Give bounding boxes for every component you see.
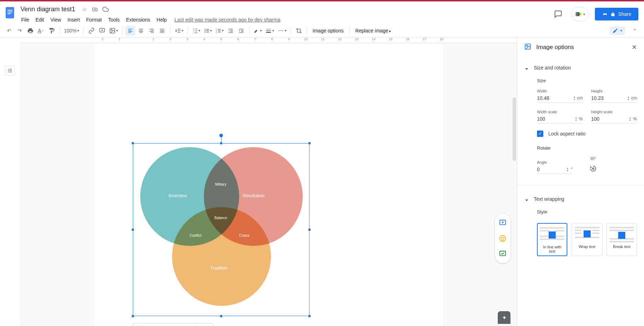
venn-label-abc: Balance <box>214 216 227 220</box>
image-options-button[interactable]: Image options <box>310 28 347 34</box>
horizontal-ruler[interactable]: 2 1 1 2 3 4 5 6 7 8 9 10 11 12 13 14 15 … <box>20 37 517 43</box>
numbered-list-button[interactable]: 123▾ <box>214 26 225 36</box>
show-outline-button[interactable] <box>5 66 15 76</box>
width-spinner[interactable]: ▴▾ <box>574 96 575 101</box>
svg-rect-3 <box>7 13 11 14</box>
lock-aspect-checkbox[interactable]: ✓ <box>537 131 543 137</box>
wrap-style-inline[interactable]: In line with text <box>537 223 567 256</box>
venn-image: Invention Revolution Tradition Military … <box>133 144 309 316</box>
move-icon[interactable] <box>91 6 99 13</box>
svg-point-43 <box>500 236 506 242</box>
add-emoji-float-button[interactable] <box>496 232 509 245</box>
menu-file[interactable]: File <box>18 16 32 24</box>
svg-point-45 <box>503 237 504 238</box>
width-input[interactable] <box>537 95 574 101</box>
size-rotation-section-header[interactable]: ⌄ Size and rotation <box>524 61 637 74</box>
close-sidebar-button[interactable]: ✕ <box>632 43 637 51</box>
image-context-toolbar: ⋮ <box>133 323 213 326</box>
print-button[interactable] <box>25 26 35 36</box>
image-selection[interactable]: Invention Revolution Tradition Military … <box>133 143 309 316</box>
sidebar-title: Image options <box>536 44 627 51</box>
undo-button[interactable]: ↶ <box>4 26 14 36</box>
align-justify-button[interactable] <box>157 26 167 36</box>
chevron-down-icon: ⌄ <box>524 195 529 202</box>
zoom-dropdown[interactable]: 100%▾ <box>63 26 81 36</box>
crop-button[interactable] <box>294 26 304 36</box>
menu-help[interactable]: Help <box>154 16 170 24</box>
width-scale-label: Width scale <box>537 110 583 114</box>
angle-spinner[interactable]: ▴▾ <box>567 167 568 172</box>
left-gutter <box>0 37 20 326</box>
meet-button[interactable]: ▾ <box>571 7 589 21</box>
venn-label-ab: Military <box>215 182 226 186</box>
add-comment-button[interactable] <box>97 26 107 36</box>
chevron-down-icon: ⌄ <box>524 64 529 71</box>
svg-point-11 <box>205 29 206 30</box>
paint-format-button[interactable] <box>47 26 57 36</box>
svg-point-44 <box>501 237 502 238</box>
angle-input[interactable] <box>537 167 567 172</box>
scrollbar[interactable] <box>513 97 516 161</box>
menu-tools[interactable]: Tools <box>105 16 123 24</box>
menu-format[interactable]: Format <box>83 16 105 24</box>
image-options-sidebar: Image options ✕ ⌄ Size and rotation Size… <box>517 37 644 326</box>
width-scale-input[interactable] <box>537 116 575 122</box>
star-icon[interactable]: ☆ <box>81 6 88 13</box>
comment-history-icon[interactable] <box>551 7 565 21</box>
height-spinner[interactable]: ▴▾ <box>628 96 629 101</box>
line-spacing-button[interactable]: ▾ <box>173 26 185 36</box>
angle-label: Angle <box>537 160 572 164</box>
height-label: Height <box>591 89 637 93</box>
text-wrapping-section-header[interactable]: ⌄ Text wrapping <box>524 193 637 205</box>
increase-indent-button[interactable] <box>236 26 246 36</box>
height-scale-input[interactable] <box>591 116 630 122</box>
suggest-edit-float-button[interactable] <box>496 248 509 260</box>
redo-button[interactable]: ↷ <box>15 26 25 36</box>
document-title[interactable]: Venn diagram test1 <box>18 5 77 14</box>
last-edit-link[interactable]: Last edit was made seconds ago by dev sh… <box>175 17 280 23</box>
border-color-button[interactable]: ▾ <box>252 26 263 36</box>
svg-point-10 <box>111 29 112 30</box>
align-center-button[interactable] <box>136 26 146 36</box>
svg-point-12 <box>205 30 206 31</box>
wrap-style-wrap[interactable]: Wrap text <box>572 223 602 256</box>
explore-button[interactable]: ✦ <box>498 311 510 324</box>
bulleted-list-button[interactable]: ▾ <box>202 26 213 36</box>
svg-rect-49 <box>592 168 594 169</box>
menu-edit[interactable]: Edit <box>33 16 47 24</box>
border-weight-button[interactable]: ▾ <box>264 26 276 36</box>
rotate-label: Rotate <box>537 145 637 151</box>
height-scale-spinner[interactable]: ▴▾ <box>630 116 631 121</box>
venn-label-b: Revolution <box>243 193 264 198</box>
align-left-button[interactable] <box>125 26 135 36</box>
replace-image-button[interactable]: Replace image▾ <box>353 28 394 34</box>
menu-insert[interactable]: Insert <box>65 16 83 24</box>
menu-view[interactable]: View <box>48 16 64 24</box>
canvas-area[interactable]: 2 1 1 2 3 4 5 6 7 8 9 10 11 12 13 14 15 … <box>20 37 517 326</box>
hide-menus-button[interactable]: ⌃ <box>630 26 640 36</box>
wrap-style-break[interactable]: Break text <box>607 223 637 256</box>
share-button[interactable]: Share <box>595 8 638 20</box>
rotate-90-button[interactable] <box>589 165 597 174</box>
spellcheck-button[interactable]: A✓ <box>36 26 46 36</box>
checklist-button[interactable]: ▾ <box>191 26 202 36</box>
style-label: Style <box>537 209 637 215</box>
add-comment-float-button[interactable] <box>496 217 509 229</box>
align-right-button[interactable] <box>147 26 156 36</box>
height-input[interactable] <box>591 95 628 101</box>
svg-rect-1 <box>7 10 12 11</box>
link-button[interactable] <box>87 26 96 36</box>
header: Venn diagram test1 ☆ File Edit View Inse… <box>0 1 644 24</box>
width-scale-spinner[interactable]: ▴▾ <box>575 116 577 121</box>
docs-logo[interactable] <box>3 6 17 20</box>
cloud-status-icon[interactable] <box>102 6 109 13</box>
venn-label-a: Invention <box>169 193 187 198</box>
insert-image-button[interactable]: ▾ <box>108 26 119 36</box>
svg-rect-2 <box>7 12 12 12</box>
menu-extensions[interactable]: Extensions <box>123 16 153 24</box>
decrease-indent-button[interactable] <box>226 26 236 36</box>
svg-rect-0 <box>6 7 14 18</box>
border-dash-button[interactable]: ▾ <box>276 26 288 36</box>
rotate-handle[interactable] <box>219 134 223 137</box>
editing-mode-button[interactable]: ▾ <box>610 26 625 35</box>
